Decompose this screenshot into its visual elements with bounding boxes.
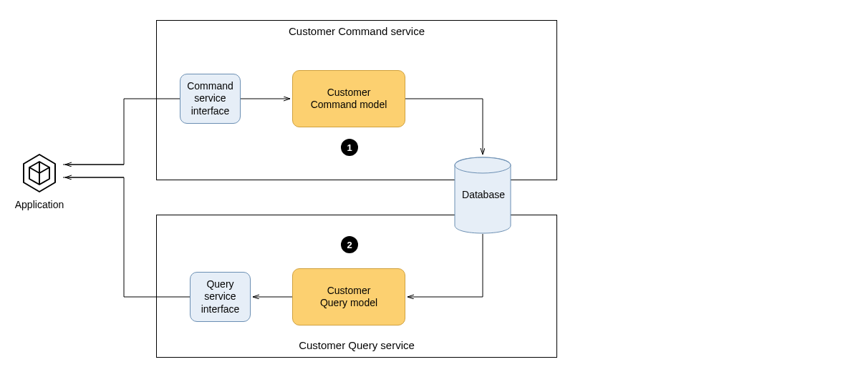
arrows [0, 0, 868, 372]
